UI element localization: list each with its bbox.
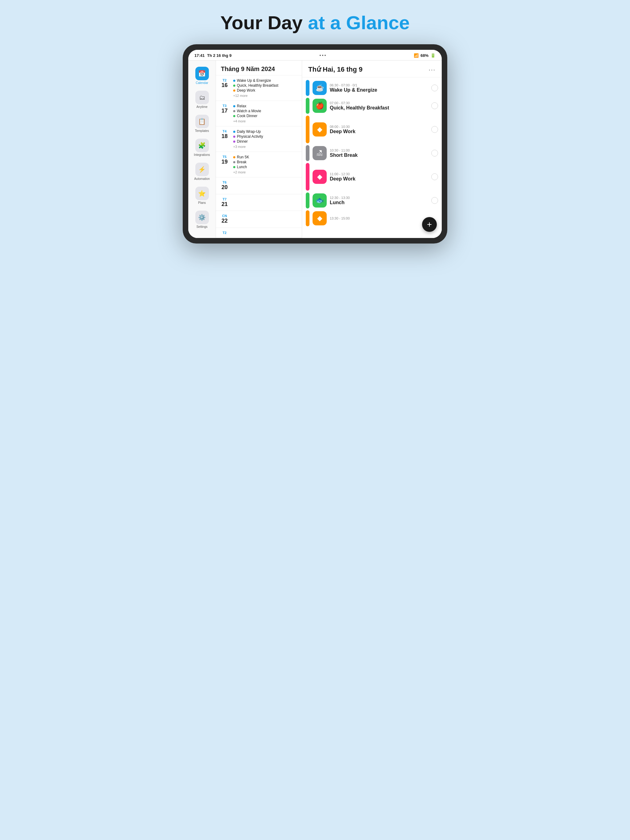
- day-menu-button[interactable]: ···: [429, 66, 435, 73]
- calendar-row[interactable]: T418Daily Wrap-UpPhysical ActivityDinner…: [216, 126, 302, 152]
- calendar-event-item: Cook Dinner: [233, 114, 299, 118]
- calendar-date-col: T216: [218, 78, 231, 89]
- calendar-event-item: Quick, Healthly Breakfast: [233, 83, 299, 88]
- battery-icon: 🔋: [431, 53, 435, 58]
- integrations-icon: 🧩: [195, 139, 209, 152]
- event-checkbox[interactable]: [431, 150, 438, 156]
- calendar-day-label: T5: [218, 155, 231, 159]
- event-icon-box: ◆: [313, 122, 327, 136]
- battery-level: 68%: [421, 53, 429, 58]
- day-title: Thứ Hai, 16 thg 9: [308, 65, 362, 74]
- status-center: [320, 55, 326, 56]
- calendar-day-num: 20: [218, 184, 231, 191]
- calendar-event-dot: [233, 156, 235, 158]
- calendar-event-name: Wake Up & Energize: [237, 78, 271, 83]
- add-event-button[interactable]: +: [422, 217, 437, 232]
- event-checkbox[interactable]: [431, 126, 438, 133]
- settings-icon: ⚙️: [195, 211, 209, 224]
- event-color-bar: [306, 80, 309, 96]
- event-color-bar: [306, 145, 309, 161]
- sidebar-item-integrations[interactable]: 🧩Integrations: [190, 136, 214, 159]
- sidebar-item-automation[interactable]: ⚡Automation: [190, 160, 214, 183]
- day-header: Thứ Hai, 16 thg 9 ···: [302, 61, 442, 77]
- app-layout: 📅Calendar🗂Anytime📋Templates🧩Integrations…: [188, 61, 442, 238]
- sidebar-item-settings[interactable]: ⚙️Settings: [190, 208, 214, 231]
- calendar-day-num: 19: [218, 159, 231, 166]
- headline-part2: at a Glance: [308, 12, 410, 33]
- day-panel: Thứ Hai, 16 thg 9 ··· ☕06:30 - 07:00 · 0…: [302, 61, 442, 238]
- automation-label: Automation: [194, 177, 210, 180]
- calendar-day-num: 21: [218, 201, 231, 208]
- event-icon-box: ◆: [313, 170, 327, 184]
- wifi-icon: 📶: [414, 53, 419, 58]
- event-card[interactable]: ◆11:00 - 12:30Deep Work: [306, 163, 438, 191]
- calendar-event-dot: [233, 110, 235, 112]
- integrations-label: Integrations: [194, 153, 210, 156]
- calendar-title: Tháng 9 Năm 2024: [216, 61, 302, 75]
- event-info: 11:00 - 12:30Deep Work: [330, 172, 428, 182]
- event-name: Quick, Healthly Breakfast: [330, 105, 428, 111]
- calendar-row[interactable]: T620: [216, 177, 302, 194]
- calendar-date-col: CN22: [218, 214, 231, 224]
- calendar-row[interactable]: T216Wake Up & EnergizeQuick, Healthly Br…: [216, 75, 302, 101]
- status-bar: 17:41 Th 2 16 thg 9 📶 68% 🔋: [188, 50, 442, 61]
- event-card[interactable]: ☕06:30 - 07:00 · 0/1Wake Up & Energize: [306, 80, 438, 96]
- event-color-bar: [306, 163, 309, 191]
- calendar-event-name: Deep Work: [237, 88, 255, 93]
- event-card[interactable]: 🍎07:00 - 07:30Quick, Healthly Breakfast: [306, 98, 438, 114]
- calendar-row[interactable]: T721: [216, 194, 302, 211]
- templates-icon: 📋: [195, 115, 209, 128]
- calendar-panel: Tháng 9 Năm 2024 T216Wake Up & EnergizeQ…: [216, 61, 302, 238]
- event-name: Wake Up & Energize: [330, 87, 428, 93]
- sidebar-item-anytime[interactable]: 🗂Anytime: [190, 88, 214, 111]
- calendar-more-label: +12 more: [233, 94, 299, 98]
- event-color-bar: [306, 193, 309, 208]
- calendar-day-label: T6: [218, 180, 231, 184]
- event-info: 07:00 - 07:30Quick, Healthly Breakfast: [330, 101, 428, 111]
- templates-label: Templates: [195, 129, 209, 133]
- calendar-event-item: Run 5K: [233, 155, 299, 159]
- calendar-row[interactable]: T519Run 5KBreakLunch+2 more: [216, 152, 302, 177]
- calendar-row[interactable]: CN22: [216, 211, 302, 228]
- event-card[interactable]: ◆08:00 - 10:30Deep Work: [306, 115, 438, 143]
- status-right: 📶 68% 🔋: [414, 53, 435, 58]
- calendar-day-num: 22: [218, 218, 231, 224]
- event-checkbox[interactable]: [431, 197, 438, 204]
- calendar-event-dot: [233, 90, 235, 92]
- automation-icon: ⚡: [195, 163, 209, 176]
- event-info: 13:30 - 15:00: [330, 216, 438, 221]
- event-card[interactable]: 🏖10:30 - 11:00Short Break: [306, 145, 438, 161]
- calendar-event-dot: [233, 115, 235, 117]
- calendar-row[interactable]: T317RelaxWatch a MovieCook Dinner+4 more: [216, 101, 302, 126]
- sidebar-item-templates[interactable]: 📋Templates: [190, 112, 214, 135]
- event-card[interactable]: ◆13:30 - 15:00: [306, 210, 438, 226]
- event-checkbox[interactable]: [431, 103, 438, 109]
- event-info: 10:30 - 11:00Short Break: [330, 148, 428, 158]
- calendar-date-col: T317: [218, 104, 231, 114]
- event-checkbox[interactable]: [431, 85, 438, 91]
- calendar-event-dot: [233, 131, 235, 133]
- event-color-bar: [306, 210, 309, 226]
- calendar-event-name: Daily Wrap-Up: [237, 129, 261, 134]
- calendar-event-dot: [233, 141, 235, 143]
- event-time: 08:00 - 10:30: [330, 125, 428, 128]
- event-checkbox[interactable]: [431, 174, 438, 180]
- calendar-event-item: Wake Up & Energize: [233, 78, 299, 83]
- calendar-day-num: 18: [218, 133, 231, 140]
- anytime-icon: 🗂: [195, 91, 209, 104]
- status-dot-2: [322, 55, 323, 56]
- sidebar-item-plans[interactable]: ⭐Plans: [190, 184, 214, 207]
- plans-icon: ⭐: [195, 186, 209, 200]
- calendar-event-item: Dinner: [233, 139, 299, 144]
- event-card[interactable]: 🐟12:30 - 13:30Lunch: [306, 193, 438, 208]
- calendar-date-col: T2: [218, 231, 231, 235]
- calendar-date-col: T620: [218, 180, 231, 191]
- calendar-event-name: Break: [237, 160, 246, 164]
- calendar-event-dot: [233, 105, 235, 107]
- ipad-screen: 17:41 Th 2 16 thg 9 📶 68% 🔋 📅Calendar🗂An…: [188, 50, 442, 238]
- event-time: 07:00 - 07:30: [330, 101, 428, 105]
- sidebar-item-calendar[interactable]: 📅Calendar: [190, 64, 214, 87]
- calendar-date-col: T519: [218, 155, 231, 166]
- calendar-row[interactable]: T2: [216, 228, 302, 238]
- calendar-list: T216Wake Up & EnergizeQuick, Healthly Br…: [216, 75, 302, 238]
